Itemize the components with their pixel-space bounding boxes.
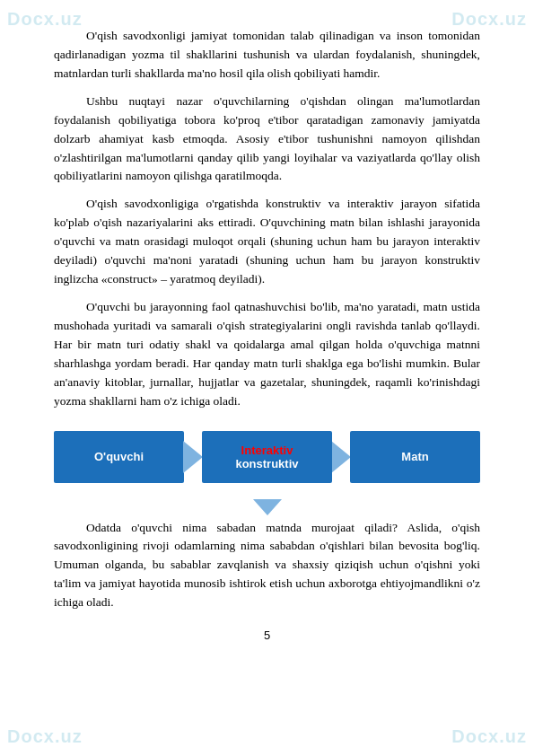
page-number: 5 — [54, 629, 480, 642]
arrow-right-2 — [331, 441, 351, 473]
watermark-bottom-left: Docx.uz — [7, 726, 83, 747]
diagram-box-right: Matn — [350, 431, 480, 483]
diagram-middle-red-text: Interaktiv — [235, 444, 298, 457]
paragraph-3: O'qish savodxonligiga o'rgatishda konstr… — [54, 195, 480, 289]
arrow-down-container — [54, 499, 480, 515]
paragraph-2: Ushbu nuqtayi nazar o'quvchilarning o'qi… — [54, 92, 480, 187]
diagram-box-middle: Interaktiv konstruktiv — [202, 431, 332, 483]
paragraph-1: O'qish savodxonligi jamiyat tomonidan ta… — [54, 27, 480, 84]
diagram-middle-normal-text: konstruktiv — [235, 457, 298, 470]
paragraph-4: O'quvchi bu jarayonning faol qatnashuvch… — [54, 298, 480, 411]
arrow-right-1 — [183, 441, 203, 473]
arrow-down-icon — [253, 499, 282, 515]
watermark-bottom-right: Docx.uz — [451, 726, 527, 747]
paragraph-5: Odatda o'quvchi nima sabadan matnda muro… — [54, 519, 480, 613]
main-content: O'qish savodxonligi jamiyat tomonidan ta… — [54, 27, 480, 642]
diagram-container: O'quvchi Interaktiv konstruktiv Matn — [54, 431, 480, 483]
diagram-box-left: O'quvchi — [54, 431, 184, 483]
